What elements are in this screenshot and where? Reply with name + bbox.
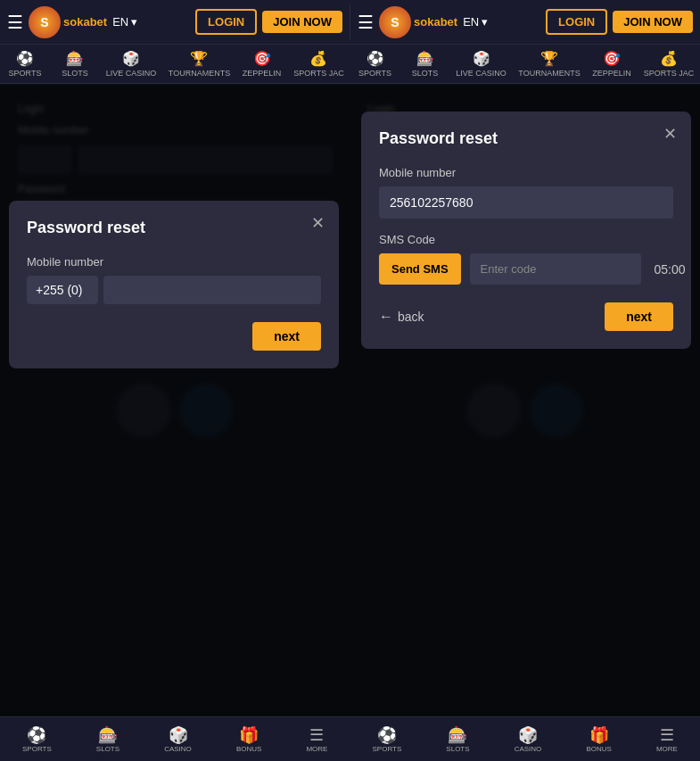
send-sms-button[interactable]: Send SMS (379, 253, 461, 285)
phone-input-left[interactable] (103, 276, 321, 304)
bottom-item-bonus-right[interactable]: 🎁 BONUS (586, 725, 611, 753)
modal-title-right: Password reset (379, 129, 673, 148)
logo-right[interactable]: S sokabet (379, 6, 457, 38)
tournaments-icon-left: 🏆 (190, 50, 208, 67)
bottom-right: ⚽ SPORTS 🎰 SLOTS 🎲 CASINO 🎁 BONUS ☰ MORE (350, 717, 701, 761)
logo-text-left: sokabet (63, 15, 107, 29)
logo-icon-right: S (379, 6, 411, 38)
bottom-nav: ⚽ SPORTS 🎰 SLOTS 🎲 CASINO 🎁 BONUS ☰ MORE… (0, 716, 700, 761)
tournaments-icon-right: 🏆 (540, 50, 558, 67)
bottom-sports-icon-left: ⚽ (27, 725, 46, 745)
bottom-left: ⚽ SPORTS 🎰 SLOTS 🎲 CASINO 🎁 BONUS ☰ MORE (0, 717, 350, 761)
nav-item-casino-right[interactable]: 🎲 LIVE CASINO (450, 45, 513, 83)
modal-footer-left: next (27, 322, 321, 351)
nav-item-sports-left[interactable]: ⚽ SPORTS (0, 45, 50, 83)
close-button-right[interactable]: ✕ (663, 126, 677, 142)
bottom-more-icon-right: ☰ (660, 725, 674, 745)
close-button-left[interactable]: ✕ (311, 215, 325, 231)
password-reset-modal-right: Password reset ✕ Mobile number SMS Code … (361, 112, 691, 349)
bottom-casino-icon-left: 🎲 (169, 725, 188, 745)
phone-input-right[interactable] (379, 186, 673, 219)
nav-item-slots-right[interactable]: 🎰 SLOTS (400, 45, 450, 83)
login-button-right[interactable]: LOGIN (546, 9, 607, 35)
mobile-label-left: Mobile number (27, 255, 321, 269)
sms-code-row: Send SMS 05:00 (379, 253, 673, 285)
bottom-item-sports-right[interactable]: ⚽ SPORTS (373, 725, 402, 753)
next-button-right[interactable]: next (605, 302, 673, 331)
bottom-slots-icon-right: 🎰 (448, 725, 467, 745)
casino-icon-right: 🎲 (473, 50, 490, 67)
jackpot-icon-right: 💰 (660, 50, 678, 67)
next-button-left[interactable]: next (252, 322, 321, 351)
bottom-more-icon-left: ☰ (309, 725, 324, 745)
nav-item-tournaments-left[interactable]: 🏆 TOURNAMENTS (162, 45, 236, 83)
back-label: back (398, 310, 424, 324)
header: ☰ S sokabet EN ▾ LOGIN JOIN NOW ☰ S soka… (0, 0, 700, 45)
modal-overlay: Password reset ✕ Mobile number +255 (0) … (0, 85, 700, 761)
lang-selector-left[interactable]: EN ▾ (112, 15, 137, 29)
join-button-left[interactable]: JOIN NOW (262, 11, 342, 33)
login-button-left[interactable]: LOGIN (195, 9, 257, 35)
nav-left: ⚽ SPORTS 🎰 SLOTS 🎲 LIVE CASINO 🏆 TOURNAM… (0, 45, 350, 83)
sms-timer: 05:00 (650, 262, 686, 277)
sms-code-input[interactable] (470, 253, 641, 285)
chevron-down-icon-right: ▾ (482, 15, 488, 29)
bottom-item-slots-left[interactable]: 🎰 SLOTS (96, 725, 119, 753)
zeppelin-icon-right: 🎯 (603, 50, 621, 67)
nav-item-zeppelin-left[interactable]: 🎯 ZEPPELIN (236, 45, 288, 83)
logo-left[interactable]: S sokabet (29, 6, 107, 38)
nav-bar: ⚽ SPORTS 🎰 SLOTS 🎲 LIVE CASINO 🏆 TOURNAM… (0, 45, 700, 84)
sms-code-label: SMS Code (379, 233, 673, 246)
chevron-down-icon-left: ▾ (131, 15, 137, 29)
jackpot-icon-left: 💰 (309, 50, 327, 67)
logo-icon-left: S (29, 6, 61, 38)
bottom-casino-icon-right: 🎲 (518, 725, 538, 745)
bottom-bonus-icon-right: 🎁 (589, 725, 609, 745)
nav-item-sports-right[interactable]: ⚽ SPORTS (350, 45, 400, 83)
sports-icon-left: ⚽ (16, 50, 34, 67)
nav-item-tournaments-right[interactable]: 🏆 TOURNAMENTS (513, 45, 587, 83)
bottom-item-casino-left[interactable]: 🎲 CASINO (164, 725, 192, 753)
nav-item-zeppelin-right[interactable]: 🎯 ZEPPELIN (586, 45, 638, 83)
slots-icon-left: 🎰 (66, 50, 84, 67)
nav-item-casino-left[interactable]: 🎲 LIVE CASINO (100, 45, 162, 83)
bottom-item-slots-right[interactable]: 🎰 SLOTS (446, 725, 469, 753)
nav-item-jackpot-left[interactable]: 💰 SPORTS JAC (287, 45, 350, 83)
zeppelin-icon-left: 🎯 (253, 50, 271, 67)
lang-selector-right[interactable]: EN ▾ (463, 15, 488, 29)
nav-right: ⚽ SPORTS 🎰 SLOTS 🎲 LIVE CASINO 🏆 TOURNAM… (350, 45, 701, 83)
bottom-bonus-icon-left: 🎁 (239, 725, 259, 745)
nav-item-slots-left[interactable]: 🎰 SLOTS (50, 45, 100, 83)
bottom-item-sports-left[interactable]: ⚽ SPORTS (22, 725, 52, 753)
slots-icon-right: 🎰 (416, 50, 434, 67)
bottom-sports-icon-right: ⚽ (377, 725, 397, 745)
bottom-item-bonus-left[interactable]: 🎁 BONUS (236, 725, 261, 753)
hamburger-menu-left[interactable]: ☰ (7, 12, 23, 33)
bottom-item-more-left[interactable]: ☰ MORE (306, 725, 327, 753)
phone-input-row-left: +255 (0) (27, 276, 321, 304)
casino-icon-left: 🎲 (122, 50, 140, 67)
header-right: ☰ S sokabet EN ▾ LOGIN JOIN NOW (350, 6, 700, 38)
join-button-right[interactable]: JOIN NOW (613, 11, 693, 33)
header-left: ☰ S sokabet EN ▾ LOGIN JOIN NOW (0, 6, 350, 38)
bottom-item-more-right[interactable]: ☰ MORE (656, 725, 678, 753)
bottom-slots-icon-left: 🎰 (98, 725, 118, 745)
mobile-label-right: Mobile number (379, 166, 673, 179)
modal-footer-right: ← back next (379, 302, 673, 331)
sports-icon-right: ⚽ (366, 50, 384, 67)
hamburger-menu-right[interactable]: ☰ (358, 12, 374, 33)
modal-title-left: Password reset (27, 219, 321, 237)
back-link[interactable]: ← back (379, 309, 424, 325)
country-code-left[interactable]: +255 (0) (27, 276, 98, 304)
bottom-item-casino-right[interactable]: 🎲 CASINO (515, 725, 542, 753)
logo-text-right: sokabet (414, 15, 457, 29)
password-reset-modal-left: Password reset ✕ Mobile number +255 (0) … (9, 201, 339, 368)
nav-item-jackpot-right[interactable]: 💰 SPORTS JAC (638, 45, 700, 83)
back-arrow-icon: ← (379, 309, 393, 325)
